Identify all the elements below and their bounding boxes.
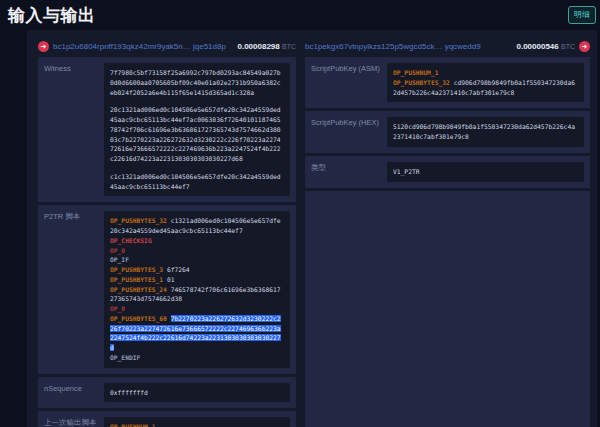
- input-amount: 0.00008298 BTC: [238, 42, 297, 51]
- input-column: ➜ bc1p2u6804rpnff193qkz42mr9yak5n… jqe51…: [38, 30, 296, 427]
- opcode-op_pushbytes_60: OP_PUSHBYTES_60: [110, 315, 167, 322]
- script-line: OP_PUSHBYTES_60 7b2270223a226272632d3230…: [110, 314, 284, 353]
- witness-value[interactable]: 7f7980c5bf73158f25a6992c797bd0293ac84549…: [104, 63, 290, 196]
- detail-row-scriptpubkey-asm: ScriptPubKey (ASM) OP_PUSHNUM_1OP_PUSHBY…: [305, 57, 590, 111]
- p2tr-script-value[interactable]: OP_PUSHBYTES_32 c1321ad006ed0c104506e5e6…: [104, 211, 290, 367]
- script-line: OP_0: [110, 246, 284, 256]
- script-line: OP_ENDIF: [110, 353, 284, 363]
- script-line: OP_CHECKSIG: [110, 236, 284, 246]
- opcode-op_0: OP_0: [110, 305, 125, 312]
- script-line: OP_PUSHNUM_1: [110, 422, 284, 427]
- output-amount: 0.00000546 BTC: [517, 42, 576, 51]
- detail-row-prev-script: 上一次输出脚本 OP_PUSHNUM_1OP_PUSHBYTES_32 5734…: [38, 411, 296, 427]
- script-line: OP_IF: [110, 255, 284, 265]
- output-arrow-icon: ➜: [579, 41, 590, 52]
- type-value[interactable]: V1_P2TR: [387, 162, 584, 182]
- detail-row-scriptpubkey-hex: ScriptPubKey (HEX) 5120cd906d798b9849fb0…: [305, 111, 590, 156]
- opcode-op_if: OP_IF: [110, 256, 129, 263]
- p2tr-script-label: P2TR 脚本: [44, 211, 104, 367]
- script-line: OP_PUSHBYTES_3 6f7264: [110, 265, 284, 275]
- scriptpubkey-hex-value[interactable]: 5120cd906d798b9849fb0a1f550347230da62d45…: [387, 117, 584, 147]
- opcode-op_pushbytes_3: OP_PUSHBYTES_3: [110, 266, 163, 273]
- detail-row-witness: Witness 7f7980c5bf73158f25a6992c797bd029…: [38, 57, 296, 205]
- opcode-op_pushbytes_32: OP_PUSHBYTES_32: [110, 217, 167, 224]
- prev-script-label: 上一次输出脚本: [44, 417, 104, 427]
- script-line: OP_PUSHBYTES_32 cd906d798b9849fb0a1f5503…: [393, 78, 578, 98]
- hex-data: 01: [167, 276, 175, 283]
- witness-item: 7f7980c5bf73158f25a6992c797bd0293ac84549…: [110, 68, 284, 97]
- topbar: 输入与输出 明细: [0, 0, 600, 30]
- io-section: ➜ bc1p2u6804rpnff193qkz42mr9yak5n… jqe51…: [27, 30, 597, 427]
- opcode-op_endif: OP_ENDIF: [110, 354, 140, 361]
- scriptpubkey-asm-value[interactable]: OP_PUSHNUM_1OP_PUSHBYTES_32 cd906d798b98…: [387, 63, 584, 102]
- output-amount-value: 0.00000546: [517, 42, 559, 51]
- output-address-link[interactable]: bc1pekgx67vtnpylkzs125p5wgcd5ck… yqcwedd…: [305, 42, 481, 51]
- output-details-panel: ScriptPubKey (ASM) OP_PUSHNUM_1OP_PUSHBY…: [305, 57, 590, 427]
- input-address-row: ➜ bc1p2u6804rpnff193qkz42mr9yak5n… jqe51…: [38, 38, 296, 54]
- script-line: OP_0: [110, 304, 284, 314]
- script-line: OP_PUSHBYTES_1 01: [110, 275, 284, 285]
- input-arrow-icon: ➜: [38, 41, 49, 52]
- script-line: OP_PUSHNUM_1: [393, 68, 578, 78]
- detail-row-nsequence: nSequence 0xfffffffd: [38, 377, 296, 412]
- hex-data: 6f7264: [167, 266, 190, 273]
- script-line: OP_PUSHBYTES_24 746578742f706c61696e3b63…: [110, 285, 284, 305]
- scriptpubkey-hex-label: ScriptPubKey (HEX): [311, 117, 387, 147]
- witness-item: c1c1321ad006ed0c104506e5e657dfe20c342a45…: [110, 172, 284, 192]
- prev-script-value[interactable]: OP_PUSHNUM_1OP_PUSHBYTES_32 573477d6619a…: [104, 417, 290, 427]
- opcode-op_checksig: OP_CHECKSIG: [110, 237, 152, 244]
- opcode-op_pushbytes_1: OP_PUSHBYTES_1: [110, 276, 163, 283]
- output-column: bc1pekgx67vtnpylkzs125p5wgcd5ck… yqcwedd…: [305, 30, 590, 427]
- opcode-op_pushnum_1: OP_PUSHNUM_1: [393, 69, 439, 76]
- witness-label: Witness: [44, 63, 104, 196]
- details-button[interactable]: 明细: [568, 6, 596, 24]
- opcode-op_0: OP_0: [110, 247, 125, 254]
- witness-item: 20c1321ad006ed0c104506e5e657dfe20c342a45…: [110, 105, 284, 164]
- input-amount-unit: BTC: [282, 43, 296, 50]
- detail-row-type: 类型 V1_P2TR: [305, 156, 590, 191]
- input-amount-value: 0.00008298: [238, 42, 280, 51]
- nsequence-value[interactable]: 0xfffffffd: [104, 383, 290, 403]
- output-address-row: bc1pekgx67vtnpylkzs125p5wgcd5ck… yqcwedd…: [305, 38, 590, 54]
- scriptpubkey-asm-label: ScriptPubKey (ASM): [311, 63, 387, 102]
- script-line: OP_PUSHBYTES_32 c1321ad006ed0c104506e5e6…: [110, 216, 284, 236]
- page-title: 输入与输出: [8, 4, 96, 27]
- input-details-panel: Witness 7f7980c5bf73158f25a6992c797bd029…: [38, 57, 296, 427]
- opcode-op_pushbytes_32: OP_PUSHBYTES_32: [393, 79, 450, 86]
- output-amount-unit: BTC: [561, 43, 575, 50]
- opcode-op_pushnum_1: OP_PUSHNUM_1: [110, 423, 156, 427]
- nsequence-label: nSequence: [44, 383, 104, 403]
- detail-row-p2tr-script: P2TR 脚本 OP_PUSHBYTES_32 c1321ad006ed0c10…: [38, 205, 296, 376]
- type-label: 类型: [311, 162, 387, 182]
- opcode-op_pushbytes_24: OP_PUSHBYTES_24: [110, 286, 167, 293]
- input-address-link[interactable]: bc1p2u6804rpnff193qkz42mr9yak5n… jqe51d8…: [53, 42, 226, 51]
